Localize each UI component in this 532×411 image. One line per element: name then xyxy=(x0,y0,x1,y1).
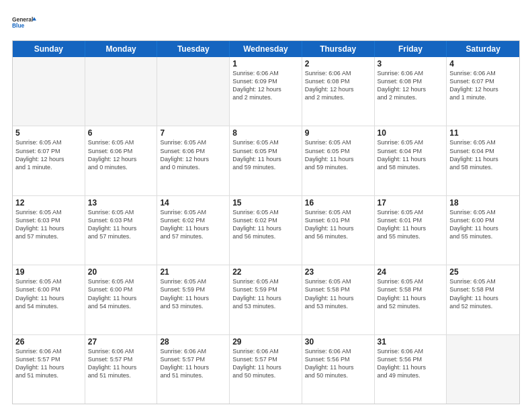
day-number-16: 16 xyxy=(305,198,371,208)
day-20: 20Sunrise: 6:05 AMSunset: 6:00 PMDayligh… xyxy=(85,265,158,334)
day-number-17: 17 xyxy=(378,198,444,208)
day-detail-23: Sunrise: 6:05 AMSunset: 5:58 PMDaylight:… xyxy=(305,277,371,310)
empty-cell-0-0 xyxy=(13,57,85,126)
empty-cell-0-2 xyxy=(157,57,230,126)
day-1: 1Sunrise: 6:06 AMSunset: 6:09 PMDaylight… xyxy=(230,57,302,126)
day-detail-16: Sunrise: 6:05 AMSunset: 6:01 PMDaylight:… xyxy=(305,208,371,241)
week-row-1: 1Sunrise: 6:06 AMSunset: 6:09 PMDaylight… xyxy=(13,57,519,126)
day-number-11: 11 xyxy=(449,128,517,138)
day-detail-28: Sunrise: 6:06 AMSunset: 5:57 PMDaylight:… xyxy=(160,347,226,380)
day-detail-24: Sunrise: 6:05 AMSunset: 5:58 PMDaylight:… xyxy=(378,277,444,310)
day-detail-31: Sunrise: 6:06 AMSunset: 5:56 PMDaylight:… xyxy=(378,347,444,380)
header-saturday: Saturday xyxy=(447,41,519,57)
day-detail-2: Sunrise: 6:06 AMSunset: 6:08 PMDaylight:… xyxy=(305,69,371,102)
day-number-21: 21 xyxy=(160,267,226,277)
day-6: 6Sunrise: 6:05 AMSunset: 6:06 PMDaylight… xyxy=(85,126,158,195)
day-number-31: 31 xyxy=(378,337,444,347)
header-thursday: Thursday xyxy=(302,41,375,57)
day-19: 19Sunrise: 6:05 AMSunset: 6:00 PMDayligh… xyxy=(13,265,85,334)
day-number-2: 2 xyxy=(305,59,371,68)
week-row-4: 19Sunrise: 6:05 AMSunset: 6:00 PMDayligh… xyxy=(13,265,519,334)
day-14: 14Sunrise: 6:05 AMSunset: 6:02 PMDayligh… xyxy=(157,196,230,265)
day-detail-1: Sunrise: 6:06 AMSunset: 6:09 PMDaylight:… xyxy=(232,69,299,102)
day-5: 5Sunrise: 6:05 AMSunset: 6:07 PMDaylight… xyxy=(13,126,85,195)
day-detail-12: Sunrise: 6:05 AMSunset: 6:03 PMDaylight:… xyxy=(15,208,82,241)
day-detail-14: Sunrise: 6:05 AMSunset: 6:02 PMDaylight:… xyxy=(160,208,226,241)
day-number-28: 28 xyxy=(160,337,226,347)
day-12: 12Sunrise: 6:05 AMSunset: 6:03 PMDayligh… xyxy=(13,196,85,265)
header-monday: Monday xyxy=(85,41,158,57)
day-number-14: 14 xyxy=(160,198,226,208)
day-18: 18Sunrise: 6:05 AMSunset: 6:00 PMDayligh… xyxy=(447,196,519,265)
day-detail-3: Sunrise: 6:06 AMSunset: 6:08 PMDaylight:… xyxy=(378,69,444,102)
day-8: 8Sunrise: 6:05 AMSunset: 6:05 PMDaylight… xyxy=(230,126,302,195)
calendar-body: 1Sunrise: 6:06 AMSunset: 6:09 PMDaylight… xyxy=(13,57,519,404)
day-detail-22: Sunrise: 6:05 AMSunset: 5:59 PMDaylight:… xyxy=(232,277,299,310)
day-number-18: 18 xyxy=(449,198,517,208)
day-30: 30Sunrise: 6:06 AMSunset: 5:56 PMDayligh… xyxy=(302,335,375,404)
day-number-9: 9 xyxy=(305,128,371,138)
day-number-3: 3 xyxy=(378,59,444,68)
week-row-3: 12Sunrise: 6:05 AMSunset: 6:03 PMDayligh… xyxy=(13,196,519,265)
day-detail-11: Sunrise: 6:05 AMSunset: 6:04 PMDaylight:… xyxy=(449,138,517,171)
day-detail-4: Sunrise: 6:06 AMSunset: 6:07 PMDaylight:… xyxy=(449,69,517,102)
calendar: SundayMondayTuesdayWednesdayThursdayFrid… xyxy=(12,40,520,404)
day-number-1: 1 xyxy=(232,59,299,68)
day-23: 23Sunrise: 6:05 AMSunset: 5:58 PMDayligh… xyxy=(302,265,375,334)
day-29: 29Sunrise: 6:06 AMSunset: 5:57 PMDayligh… xyxy=(230,335,302,404)
svg-text:Blue: Blue xyxy=(12,22,25,29)
day-detail-19: Sunrise: 6:05 AMSunset: 6:00 PMDaylight:… xyxy=(15,277,82,310)
day-detail-18: Sunrise: 6:05 AMSunset: 6:00 PMDaylight:… xyxy=(449,208,517,241)
day-detail-10: Sunrise: 6:05 AMSunset: 6:04 PMDaylight:… xyxy=(378,138,444,171)
day-24: 24Sunrise: 6:05 AMSunset: 5:58 PMDayligh… xyxy=(375,265,447,334)
day-number-5: 5 xyxy=(15,128,82,138)
day-number-7: 7 xyxy=(160,128,226,138)
day-number-30: 30 xyxy=(305,337,371,347)
day-number-6: 6 xyxy=(88,128,154,138)
day-2: 2Sunrise: 6:06 AMSunset: 6:08 PMDaylight… xyxy=(302,57,375,126)
day-detail-29: Sunrise: 6:06 AMSunset: 5:57 PMDaylight:… xyxy=(232,347,299,380)
day-number-26: 26 xyxy=(15,337,82,347)
calendar-header: SundayMondayTuesdayWednesdayThursdayFrid… xyxy=(13,41,519,57)
day-15: 15Sunrise: 6:05 AMSunset: 6:02 PMDayligh… xyxy=(230,196,302,265)
day-number-29: 29 xyxy=(232,337,299,347)
day-detail-15: Sunrise: 6:05 AMSunset: 6:02 PMDaylight:… xyxy=(232,208,299,241)
day-detail-26: Sunrise: 6:06 AMSunset: 5:57 PMDaylight:… xyxy=(15,347,82,380)
day-detail-21: Sunrise: 6:05 AMSunset: 5:59 PMDaylight:… xyxy=(160,277,226,310)
header-wednesday: Wednesday xyxy=(230,41,302,57)
day-25: 25Sunrise: 6:05 AMSunset: 5:58 PMDayligh… xyxy=(447,265,519,334)
day-4: 4Sunrise: 6:06 AMSunset: 6:07 PMDaylight… xyxy=(447,57,519,126)
day-number-10: 10 xyxy=(378,128,444,138)
header-friday: Friday xyxy=(375,41,447,57)
day-detail-27: Sunrise: 6:06 AMSunset: 5:57 PMDaylight:… xyxy=(88,347,154,380)
day-21: 21Sunrise: 6:05 AMSunset: 5:59 PMDayligh… xyxy=(157,265,230,334)
day-3: 3Sunrise: 6:06 AMSunset: 6:08 PMDaylight… xyxy=(375,57,447,126)
day-10: 10Sunrise: 6:05 AMSunset: 6:04 PMDayligh… xyxy=(375,126,447,195)
day-detail-13: Sunrise: 6:05 AMSunset: 6:03 PMDaylight:… xyxy=(88,208,154,241)
day-number-19: 19 xyxy=(15,267,82,277)
day-17: 17Sunrise: 6:05 AMSunset: 6:01 PMDayligh… xyxy=(375,196,447,265)
logo-svg: General Blue xyxy=(12,12,36,34)
day-number-25: 25 xyxy=(449,267,517,277)
page: General Blue SundayMondayTuesdayWednesda… xyxy=(0,0,532,411)
day-11: 11Sunrise: 6:05 AMSunset: 6:04 PMDayligh… xyxy=(447,126,519,195)
day-detail-5: Sunrise: 6:05 AMSunset: 6:07 PMDaylight:… xyxy=(15,138,82,171)
day-detail-6: Sunrise: 6:05 AMSunset: 6:06 PMDaylight:… xyxy=(88,138,154,171)
day-detail-9: Sunrise: 6:05 AMSunset: 6:05 PMDaylight:… xyxy=(305,138,371,171)
day-detail-7: Sunrise: 6:05 AMSunset: 6:06 PMDaylight:… xyxy=(160,138,226,171)
day-number-13: 13 xyxy=(88,198,154,208)
day-27: 27Sunrise: 6:06 AMSunset: 5:57 PMDayligh… xyxy=(85,335,158,404)
day-detail-20: Sunrise: 6:05 AMSunset: 6:00 PMDaylight:… xyxy=(88,277,154,310)
day-number-27: 27 xyxy=(88,337,154,347)
day-22: 22Sunrise: 6:05 AMSunset: 5:59 PMDayligh… xyxy=(230,265,302,334)
day-number-4: 4 xyxy=(449,59,517,68)
day-detail-25: Sunrise: 6:05 AMSunset: 5:58 PMDaylight:… xyxy=(449,277,517,310)
day-9: 9Sunrise: 6:05 AMSunset: 6:05 PMDaylight… xyxy=(302,126,375,195)
day-number-23: 23 xyxy=(305,267,371,277)
empty-cell-0-1 xyxy=(85,57,158,126)
day-number-12: 12 xyxy=(15,198,82,208)
day-number-20: 20 xyxy=(88,267,154,277)
day-7: 7Sunrise: 6:05 AMSunset: 6:06 PMDaylight… xyxy=(157,126,230,195)
header: General Blue xyxy=(12,12,520,34)
day-number-22: 22 xyxy=(232,267,299,277)
